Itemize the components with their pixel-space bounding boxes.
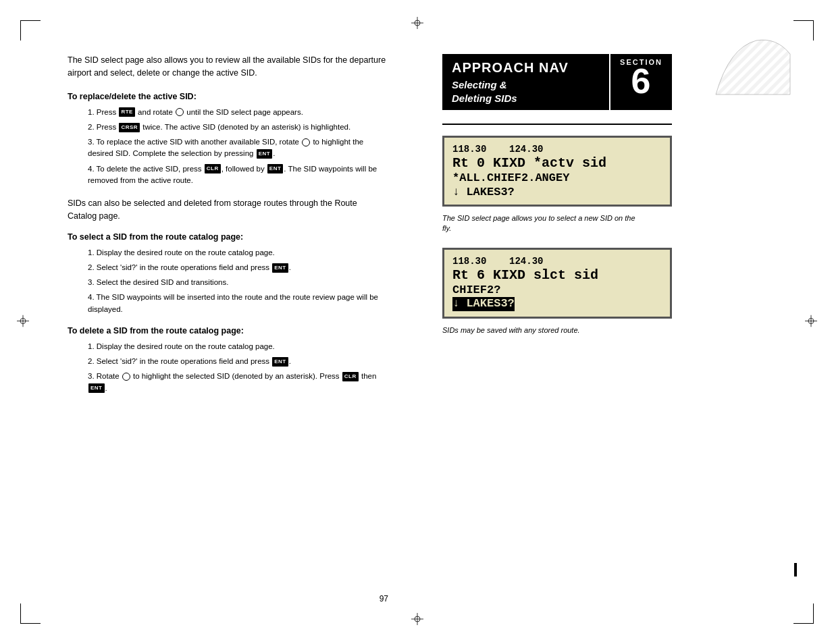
- screen1-line1: Rt 0 KIXD *actv sid: [452, 155, 662, 171]
- sub-title: Selecting & Deleting SIDs: [452, 78, 600, 105]
- replace-step-3: 3. To replace the active SID with anothe…: [88, 136, 388, 160]
- select-steps: 1. Display the desired route on the rout…: [88, 247, 388, 315]
- left-column: The SID select page also allows you to r…: [0, 0, 429, 644]
- page-container: The SID select page also allows you to r…: [0, 0, 834, 644]
- screen2-highlighted: ↓ LAKES3?: [452, 297, 515, 311]
- section-header-text: APPROACH NAV Selecting & Deleting SIDs: [442, 54, 609, 110]
- gps-screen-1: 118.30 124.30 Rt 0 KIXD *actv sid *ALL.C…: [442, 136, 672, 207]
- screen1-line2: *ALL.CHIEF2.ANGEY: [452, 171, 662, 185]
- screen2-line1: Rt 6 KIXD slct sid: [452, 267, 662, 284]
- crsr-key: CRSR: [119, 123, 140, 132]
- rotate-knob-3: [122, 373, 130, 381]
- page-number: 97: [380, 594, 388, 603]
- ent-key-4: ENT: [272, 357, 288, 367]
- clr-key: CLR: [205, 164, 221, 173]
- select-heading: To select a SID from the route catalog p…: [68, 232, 388, 242]
- replace-steps: 1. Press RTE and rotate until the SID se…: [88, 107, 388, 187]
- screen2-freq: 118.30 124.30: [452, 255, 662, 267]
- divider-line: [442, 124, 672, 125]
- section-number-box: SECTION 6: [609, 54, 672, 110]
- screen2-line3: ↓ LAKES3?: [452, 297, 662, 311]
- screen1-caption: The SID select page allows you to select…: [442, 213, 645, 234]
- screen1-freq: 118.30 124.30: [452, 143, 662, 155]
- replace-step-1: 1. Press RTE and rotate until the SID se…: [88, 107, 388, 118]
- ent-key-2: ENT: [267, 164, 284, 173]
- select-step-2: 2. Select 'sid?' in the route operations…: [88, 262, 388, 273]
- rotate-knob-2: [302, 138, 310, 146]
- main-title: APPROACH NAV: [452, 59, 600, 76]
- delete-step-1: 1. Display the desired route on the rout…: [88, 341, 388, 352]
- replace-step-2: 2. Press CRSR twice. The active SID (den…: [88, 122, 388, 133]
- delete-heading: To delete a SID from the route catalog p…: [68, 326, 388, 336]
- replace-heading: To replace/delete the active SID:: [68, 92, 388, 101]
- intro-paragraph: The SID select page also allows you to r…: [68, 54, 388, 80]
- gps-screen-2: 118.30 124.30 Rt 6 KIXD slct sid CHIEF2?…: [442, 248, 672, 319]
- select-step-4: 4. The SID waypoints will be inserted in…: [88, 292, 388, 315]
- delete-step-3: 3. Rotate to highlight the selected SID …: [88, 371, 388, 394]
- replace-step-4: 4. To delete the active SID, press CLR, …: [88, 163, 388, 187]
- right-margin-bar: [794, 563, 797, 576]
- clr-key-2: CLR: [342, 372, 359, 381]
- section-num: 6: [631, 63, 652, 99]
- stripe-decoration: [709, 34, 797, 101]
- ent-key-5: ENT: [88, 383, 105, 393]
- screen2-caption: SIDs may be saved with any stored route.: [442, 325, 645, 336]
- select-step-1: 1. Display the desired route on the rout…: [88, 247, 388, 259]
- delete-step-2: 2. Select 'sid?' in the route operations…: [88, 356, 388, 367]
- right-column: APPROACH NAV Selecting & Deleting SIDs S…: [429, 0, 834, 644]
- ent-key-3: ENT: [272, 263, 288, 273]
- screen1-line3: ↓ LAKES3?: [452, 186, 662, 199]
- select-step-3: 3. Select the desired SID and transition…: [88, 277, 388, 288]
- middle-text: SIDs can also be selected and deleted fr…: [68, 197, 388, 223]
- screen2-line2: CHIEF2?: [452, 284, 662, 297]
- delete-steps: 1. Display the desired route on the rout…: [88, 341, 388, 394]
- section-header: APPROACH NAV Selecting & Deleting SIDs S…: [442, 54, 672, 110]
- ent-key-1: ENT: [257, 149, 273, 159]
- rotate-knob: [176, 108, 184, 116]
- rte-key: RTE: [119, 107, 135, 117]
